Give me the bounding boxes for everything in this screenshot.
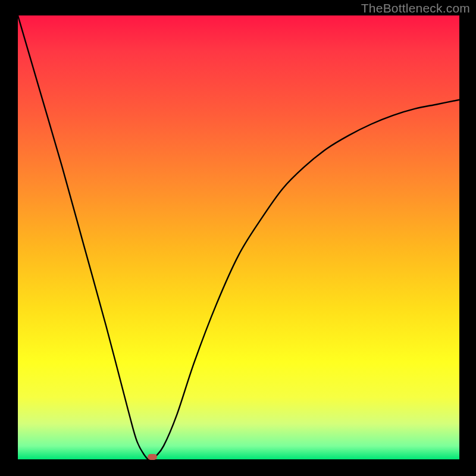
plot-area <box>18 15 459 459</box>
watermark-text: TheBottleneck.com <box>361 1 470 15</box>
chart-frame: TheBottleneck.com <box>0 0 476 476</box>
optimal-point-marker <box>148 454 157 460</box>
bottleneck-curve <box>18 15 459 459</box>
